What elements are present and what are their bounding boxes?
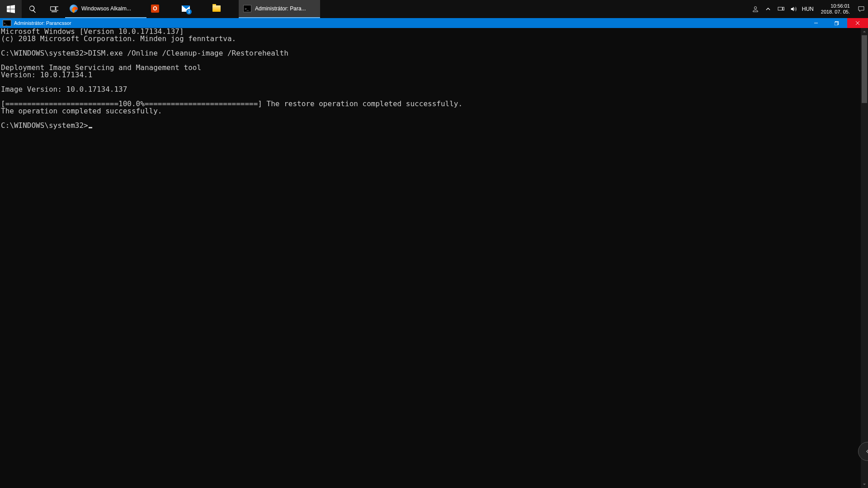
tray-date: 2018. 07. 05.: [821, 9, 850, 15]
office-icon: O: [151, 5, 159, 13]
terminal-cursor: [89, 127, 92, 128]
windows-logo-icon: [7, 5, 15, 13]
mail-badge: 3: [186, 9, 192, 14]
scrollbar-thumb[interactable]: [862, 35, 867, 103]
taskbar-app-mail[interactable]: 3: [177, 0, 208, 18]
window-title: Administrátor: Parancssor: [14, 20, 71, 26]
tray-time: 10:56:01: [830, 3, 850, 9]
terminal-viewport[interactable]: Microsoft Windows [Version 10.0.17134.13…: [0, 28, 861, 488]
search-icon: [28, 5, 37, 13]
system-tray: HUN 10:56:01 2018. 07. 05.: [749, 0, 868, 18]
tray-language[interactable]: HUN: [802, 6, 814, 12]
svg-rect-1: [56, 7, 58, 10]
task-view-icon: [50, 5, 58, 13]
cmd-window: >_ Administrátor: Parancssor Microsoft W…: [0, 18, 868, 488]
taskbar-app-cmd[interactable]: >_ Administrátor: Para...: [239, 0, 320, 18]
cmd-icon: >_: [243, 5, 251, 13]
tray-volume-icon[interactable]: [789, 5, 797, 13]
scrollbar-down-arrow-icon[interactable]: [861, 481, 868, 488]
svg-rect-2: [52, 11, 57, 12]
task-view-button[interactable]: [43, 0, 65, 18]
chevron-left-icon: [865, 449, 868, 454]
titlebar-cmd-icon: >_: [3, 20, 11, 26]
maximize-button[interactable]: [826, 18, 847, 28]
tray-clock[interactable]: 10:56:01 2018. 07. 05.: [818, 3, 853, 15]
svg-rect-0: [51, 7, 56, 10]
vertical-scrollbar[interactable]: [861, 28, 868, 488]
taskbar-app-file-explorer[interactable]: [208, 0, 239, 18]
start-button[interactable]: [0, 0, 22, 18]
svg-rect-4: [783, 7, 784, 10]
titlebar[interactable]: >_ Administrátor: Parancssor: [0, 18, 868, 28]
taskbar-app-firefox-label: Windowsos Alkalm...: [81, 5, 131, 12]
taskbar-app-firefox[interactable]: Windowsos Alkalm...: [65, 0, 146, 18]
close-button[interactable]: [847, 18, 868, 28]
firefox-icon: [70, 5, 78, 13]
taskbar-app-cmd-label: Administrátor: Para...: [255, 5, 306, 12]
minimize-button[interactable]: [806, 18, 826, 28]
tray-network-icon[interactable]: [777, 5, 785, 13]
taskbar-app-office[interactable]: O: [146, 0, 177, 18]
scrollbar-up-arrow-icon[interactable]: [861, 28, 868, 35]
taskbar-search-button[interactable]: [22, 0, 43, 18]
svg-rect-3: [778, 7, 782, 10]
svg-rect-7: [835, 22, 838, 25]
action-center-icon[interactable]: [857, 5, 865, 13]
tray-chevron-up-icon[interactable]: [764, 5, 772, 13]
mail-icon: 3: [182, 5, 190, 13]
people-icon[interactable]: [751, 5, 760, 13]
window-controls: [806, 18, 868, 28]
folder-icon: [212, 5, 221, 13]
terminal-output: Microsoft Windows [Version 10.0.17134.13…: [0, 28, 861, 129]
taskbar: Windowsos Alkalm... O 3 >_ Administrátor…: [0, 0, 868, 18]
